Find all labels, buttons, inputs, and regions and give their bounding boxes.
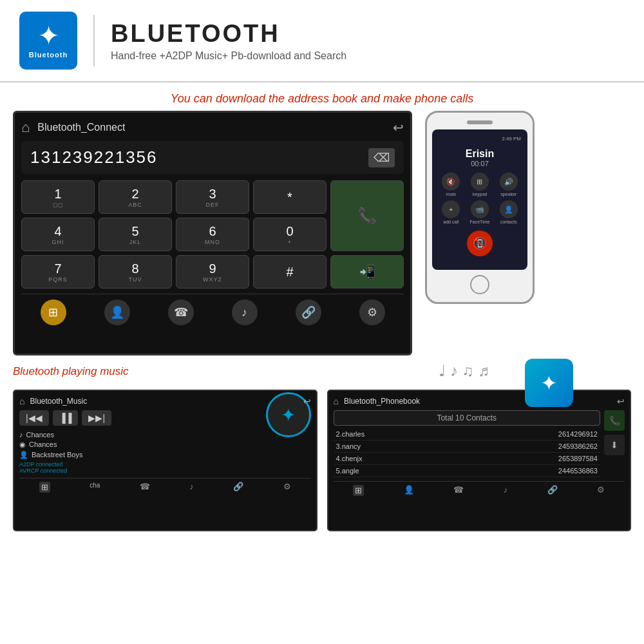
speaker-btn[interactable]: 🔊 — [500, 173, 518, 191]
bottom-nav: ⊞ 👤 ☎ ♪ 🔗 ⚙ — [21, 294, 404, 327]
section1-title: You can download the address book and ma… — [0, 82, 644, 111]
phone-display: 131239221356 ⌫ — [21, 141, 404, 174]
pb-screen-topbar: ⌂ Bluetooth_Phonebook ↩ — [334, 396, 625, 406]
call-duration: 00:07 — [439, 160, 521, 167]
home-icon[interactable]: ⌂ — [21, 119, 30, 136]
pb-download-button[interactable]: ⬇ — [604, 435, 625, 455]
phone-screen: 2:49 PM Erisin 00:07 🔇mute ⊞keypad 🔊spea… — [432, 129, 527, 270]
key-0[interactable]: 0+ — [253, 218, 327, 251]
music-track2: ◉Chances — [19, 440, 311, 449]
key-4[interactable]: 4GHI — [21, 218, 95, 251]
call-button[interactable]: 📞 — [330, 180, 404, 251]
music-screen: ⌂ Bluetooth_Music ↩ |◀◀ ▐▐ ▶▶| ✦ ♪Chance… — [13, 390, 317, 531]
music-nav-settings[interactable]: ⚙ — [283, 482, 291, 493]
back-icon[interactable]: ↩ — [393, 120, 404, 135]
header-section: ✦ Bluetooth BLUETOOTH Hand-free +A2DP Mu… — [0, 0, 644, 82]
key-7[interactable]: 7PQRS — [21, 255, 95, 289]
phone-mockup: 2:49 PM Erisin 00:07 🔇mute ⊞keypad 🔊spea… — [425, 111, 535, 304]
prev-button[interactable]: |◀◀ — [19, 410, 49, 426]
pb-row-2[interactable]: 2.charles2614296912 — [334, 428, 601, 440]
pb-call-button[interactable]: 📞 — [604, 410, 625, 431]
pb-nav-note[interactable]: ♪ — [504, 485, 508, 496]
contacts-btn[interactable]: 👤 — [500, 200, 518, 218]
pb-content: Total 10 Contacts 2.charles2614296912 3.… — [334, 410, 625, 477]
phone-number: 131239221356 — [30, 147, 158, 167]
pb-home-icon[interactable]: ⌂ — [334, 396, 339, 406]
nav-music[interactable]: ♪ — [232, 299, 258, 325]
key-6[interactable]: 6MNO — [176, 218, 249, 251]
screen-title: Bluetooth_Connect — [37, 122, 393, 133]
music-screen-title: Bluetooth_Music — [30, 397, 303, 406]
bottom-screens: ⌂ Bluetooth_Music ↩ |◀◀ ▐▐ ▶▶| ✦ ♪Chance… — [0, 390, 644, 531]
bluetooth-music-icon: ✦ — [525, 359, 573, 407]
music-nav-call[interactable]: ☎ — [140, 482, 150, 493]
key-9[interactable]: 9WXYZ — [176, 255, 249, 289]
page-subtitle: Hand-free +A2DP Music+ Pb-download and S… — [111, 50, 346, 62]
music-nav-search[interactable]: cha — [90, 482, 100, 493]
pb-back-icon[interactable]: ↩ — [617, 396, 625, 406]
key-8[interactable]: 8TUV — [99, 255, 172, 289]
music-home-icon[interactable]: ⌂ — [19, 396, 24, 406]
music-nav-apps[interactable]: ⊞ — [39, 482, 50, 493]
key-hash[interactable]: # — [253, 255, 327, 289]
pause-button[interactable]: ▐▐ — [53, 410, 79, 426]
pb-screen-title: Bluetooth_Phonebook — [344, 397, 617, 406]
music-back-icon[interactable]: ↩ — [303, 396, 311, 406]
phone-speaker — [467, 120, 493, 124]
pb-bottom-nav: ⊞ 👤 ☎ ♪ 🔗 ⚙ — [334, 481, 625, 496]
music-bottom-nav: ⊞ cha ☎ ♪ 🔗 ⚙ — [19, 478, 311, 493]
mute-btn[interactable]: 🔇 — [442, 173, 460, 191]
addcall-btn[interactable]: + — [442, 200, 460, 218]
nav-apps[interactable]: ⊞ — [41, 299, 66, 325]
key-star[interactable]: * — [253, 180, 327, 214]
car-screen-dialpad: ⌂ Bluetooth_Connect ↩ 131239221356 ⌫ 1◻◻… — [13, 111, 412, 355]
music-screen-topbar: ⌂ Bluetooth_Music ↩ — [19, 396, 311, 406]
pb-row-3[interactable]: 3.nancy2459386262 — [334, 440, 601, 453]
end-call-button[interactable]: 📵 — [467, 231, 493, 256]
key-1[interactable]: 1◻◻ — [21, 180, 95, 214]
main-screen-area: ⌂ Bluetooth_Connect ↩ 131239221356 ⌫ 1◻◻… — [0, 111, 644, 355]
phone-home-button[interactable] — [470, 275, 489, 294]
bluetooth-logo: ✦ Bluetooth — [19, 12, 77, 70]
call-options: 🔇mute ⊞keypad 🔊speaker +add call 📹FaceTi… — [439, 173, 521, 224]
screen-topbar: ⌂ Bluetooth_Connect ↩ — [21, 119, 404, 136]
pb-nav-link[interactable]: 🔗 — [547, 485, 558, 496]
keypad: 1◻◻ 2ABC 3DEF * 📞 4GHI 5JKL 6MNO 0+ 7PQR… — [21, 180, 404, 289]
next-button[interactable]: ▶▶| — [82, 410, 111, 426]
pb-table: Total 10 Contacts 2.charles2614296912 3.… — [334, 410, 601, 477]
pb-nav-apps[interactable]: ⊞ — [353, 485, 364, 496]
middle-section: Bluetooth playing music ♩ ♪ ♫ ♬ ✦ — [0, 359, 644, 390]
music-notes-decoration: ♩ ♪ ♫ ♬ — [439, 362, 489, 380]
pb-side-buttons: 📞 ⬇ — [604, 410, 625, 477]
pb-row-4[interactable]: 4.chenjx2653897584 — [334, 453, 601, 465]
header-divider — [93, 15, 95, 66]
music-artist: 👤Backstreet Boys — [19, 451, 311, 459]
phone-status-bar: 2:49 PM — [439, 136, 521, 142]
phonebook-screen: ⌂ Bluetooth_Phonebook ↩ Total 10 Contact… — [327, 390, 632, 531]
call-end-button[interactable]: 📲 — [330, 255, 404, 289]
pb-nav-contacts[interactable]: 👤 — [404, 485, 414, 496]
header-text: BLUETOOTH Hand-free +A2DP Music+ Pb-down… — [111, 20, 346, 62]
facetime-btn[interactable]: 📹 — [471, 200, 489, 218]
nav-link[interactable]: 🔗 — [296, 299, 321, 325]
bluetooth-symbol: ✦ — [37, 23, 60, 50]
key-2[interactable]: 2ABC — [99, 180, 172, 214]
music-nav-note[interactable]: ♪ — [189, 482, 194, 493]
pb-nav-settings[interactable]: ⚙ — [597, 485, 605, 496]
keypad-btn[interactable]: ⊞ — [471, 173, 489, 191]
key-5[interactable]: 5JKL — [99, 218, 172, 251]
key-3[interactable]: 3DEF — [176, 180, 249, 214]
nav-settings[interactable]: ⚙ — [359, 299, 385, 325]
music-nav-link[interactable]: 🔗 — [233, 482, 243, 493]
pb-total: Total 10 Contacts — [334, 410, 601, 426]
delete-button[interactable]: ⌫ — [368, 148, 395, 167]
music-track1: ♪Chances — [19, 431, 311, 439]
caller-name: Erisin — [439, 148, 521, 160]
a2dp-status: A2DP connected — [19, 461, 311, 468]
pb-row-5[interactable]: 5.angle2446536863 — [334, 465, 601, 477]
page-title: BLUETOOTH — [111, 20, 346, 48]
nav-call[interactable]: ☎ — [168, 299, 194, 325]
nav-contacts[interactable]: 👤 — [104, 299, 130, 325]
pb-nav-call[interactable]: ☎ — [453, 485, 464, 496]
logo-text: Bluetooth — [29, 51, 68, 59]
